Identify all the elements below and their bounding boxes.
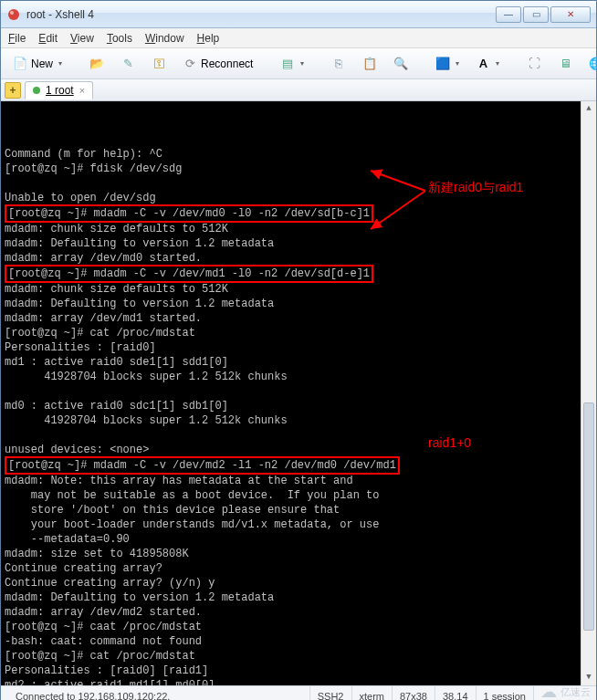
menu-edit[interactable]: Edit	[38, 32, 58, 45]
term-line: may not be suitable as a boot device. If…	[5, 489, 379, 502]
status-sessions: 1 session	[477, 686, 534, 700]
fullscreen-icon: ⛶	[527, 57, 541, 71]
app-icon	[6, 7, 21, 22]
palette-icon: 🟦	[435, 57, 450, 71]
highlight-box-raid10: [root@zq ~]# mdadm -C -v /dev/md2 -l1 -n…	[5, 456, 400, 475]
terminal-scrollbar[interactable]: ▲ ▼	[581, 101, 596, 685]
term-line: [root@zq ~]# caat /proc/mdstat	[5, 621, 202, 633]
menu-view[interactable]: View	[70, 32, 94, 45]
status-size: 87x38	[393, 686, 435, 700]
term-line: Command (m for help): ^C	[5, 148, 162, 161]
term-line: 41928704 blocks super 1.2 512k chunks	[5, 414, 288, 427]
titlebar[interactable]: root - Xshell 4 — ▭ ✕	[1, 1, 596, 28]
term-line: [root@zq ~]# cat /proc/mdstat	[5, 327, 195, 340]
term-line: md0 : active raid0 sdc1[1] sdb1[0]	[5, 400, 228, 413]
app-window: root - Xshell 4 — ▭ ✕ File Edit View Too…	[0, 0, 597, 700]
term-line: mdadm: Defaulting to version 1.2 metadat…	[5, 298, 274, 310]
term-line: your boot-loader understands md/v1.x met…	[5, 518, 379, 531]
terminal-content[interactable]: Command (m for help): ^C [root@zq ~]# fd…	[5, 132, 592, 685]
term-line: mdadm: array /dev/md1 started.	[5, 312, 202, 325]
menubar: File Edit View Tools Window Help	[1, 28, 596, 48]
folder-icon: 📂	[89, 57, 104, 71]
term-line: --metadata=0.90	[5, 533, 130, 546]
local-button[interactable]: 🖥	[551, 53, 579, 75]
term-line: md1 : active raid0 sde1[1] sdd1[0]	[5, 356, 228, 369]
window-title: root - Xshell 4	[26, 8, 496, 21]
annotation-label-raid10: raid1+0	[428, 435, 471, 450]
tab-1-root[interactable]: 1 root ×	[25, 81, 93, 99]
term-line: mdadm: Defaulting to version 1.2 metadat…	[5, 591, 274, 604]
fullscreen-button[interactable]: ⛶	[520, 53, 548, 75]
open-button[interactable]: 📂	[83, 53, 110, 75]
menu-window[interactable]: Window	[145, 32, 184, 45]
term-line: mdadm: chunk size defaults to 512K	[5, 283, 228, 296]
watermark-text: 亿速云	[560, 685, 591, 699]
menu-help[interactable]: Help	[197, 32, 220, 45]
statusbar: Connected to 192.168.109.120:22. SSH2 xt…	[1, 685, 596, 700]
term-line: Continue creating array? (y/n) y	[5, 577, 215, 590]
term-line: -bash: caat: command not found	[5, 635, 202, 648]
menu-tools[interactable]: Tools	[107, 32, 132, 45]
term-line: md2 : active raid1 md1[1] md0[0]	[5, 679, 215, 685]
color-button[interactable]: 🟦▾	[429, 53, 466, 75]
tabstrip: + 1 root ×	[1, 79, 596, 101]
term-line: [root@zq ~]# mdadm -C -v /dev/md2 -l1 -n…	[8, 459, 396, 472]
term-line: store '/boot' on this device please ensu…	[5, 504, 340, 517]
term-line: unused devices: <none>	[5, 444, 149, 456]
term-line: Unable to open /dev/sdg	[5, 192, 156, 204]
term-line: mdadm: Defaulting to version 1.2 metadat…	[5, 237, 274, 250]
terminal[interactable]: Command (m for help): ^C [root@zq ~]# fd…	[1, 101, 596, 685]
tab-label: 1 root	[46, 84, 74, 97]
term-line: mdadm: Note: this array has metadata at …	[5, 475, 353, 487]
term-line: [root@zq ~]# mdadm -C -v /dev/md1 -l0 -n…	[8, 267, 370, 280]
term-line: 41928704 blocks super 1.2 512k chunks	[5, 371, 288, 383]
cloud-icon: ☁	[540, 682, 557, 700]
script-button[interactable]: ✎	[114, 53, 141, 75]
properties-button[interactable]: ▤▾	[274, 53, 310, 75]
add-tab-button[interactable]: +	[5, 82, 21, 99]
chevron-down-icon: ▾	[300, 59, 304, 68]
font-button[interactable]: A▾	[469, 53, 506, 75]
find-button[interactable]: 🔍	[387, 53, 414, 75]
scroll-thumb[interactable]	[583, 402, 594, 631]
web-button[interactable]: 🌐▾	[582, 53, 597, 75]
key-button[interactable]: ⚿	[145, 53, 173, 75]
copy-icon: ⎘	[331, 57, 346, 71]
term-line: mdadm: array /dev/md2 started.	[5, 606, 202, 619]
new-file-icon: 📄	[13, 57, 27, 71]
highlight-box-raid1: [root@zq ~]# mdadm -C -v /dev/md1 -l0 -n…	[5, 265, 373, 283]
paste-button[interactable]: 📋	[356, 53, 383, 75]
watermark: ☁ 亿速云	[540, 682, 591, 700]
maximize-button[interactable]: ▭	[523, 6, 549, 23]
list-icon: ▤	[280, 57, 295, 71]
term-line: [root@zq ~]# mdadm -C -v /dev/md0 -l0 -n…	[8, 207, 370, 220]
reconnect-button[interactable]: ⟳ Reconnect	[176, 53, 259, 75]
toolbar: 📄 New ▾ 📂 ✎ ⚿ ⟳ Reconnect ▤▾ ⎘ 📋 🔍 🟦▾ A▾…	[1, 48, 596, 79]
svg-point-0	[8, 9, 19, 20]
minimize-button[interactable]: —	[496, 6, 521, 23]
monitor-icon: 🖥	[558, 57, 572, 71]
term-line: mdadm: array /dev/md0 started.	[5, 252, 202, 265]
reconnect-icon: ⟳	[183, 57, 197, 71]
copy-button[interactable]: ⎘	[325, 53, 352, 75]
menu-file[interactable]: File	[8, 32, 26, 45]
chevron-down-icon: ▾	[456, 59, 459, 68]
new-button-label: New	[31, 57, 53, 70]
reconnect-button-label: Reconnect	[201, 57, 253, 70]
scroll-up-button[interactable]: ▲	[581, 101, 596, 117]
search-icon: 🔍	[393, 57, 408, 71]
close-button[interactable]: ✕	[550, 6, 591, 23]
font-icon: A	[476, 57, 490, 71]
close-tab-button[interactable]: ×	[79, 85, 85, 96]
term-line: [root@zq ~]# fdisk /dev/sdg	[5, 162, 182, 175]
new-button[interactable]: 📄 New ▾	[6, 53, 68, 75]
svg-point-1	[10, 11, 14, 15]
connection-status-icon	[33, 87, 40, 94]
status-protocol: SSH2	[310, 686, 352, 700]
status-connection: Connected to 192.168.109.120:22.	[8, 686, 310, 700]
term-line: Personalities : [raid0]	[5, 341, 156, 354]
key-icon: ⚿	[152, 57, 166, 71]
chevron-down-icon: ▾	[496, 59, 499, 68]
term-line: mdadm: chunk size defaults to 512K	[5, 223, 228, 235]
annotation-label-new-raid: 新建raid0与raid1	[428, 180, 523, 194]
